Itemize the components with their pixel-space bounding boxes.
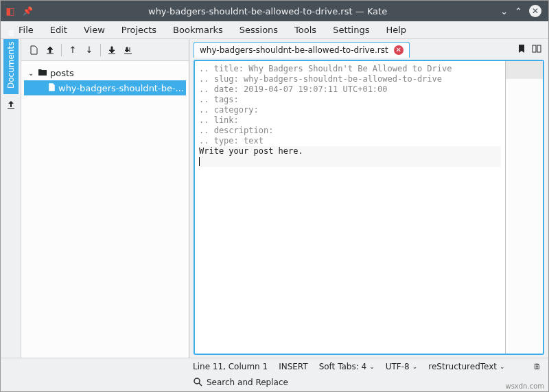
documents-tab-label: Documents xyxy=(6,42,16,89)
menu-projects[interactable]: Projects xyxy=(113,22,165,38)
status-position[interactable]: Line 11, Column 1 xyxy=(193,362,268,371)
editor-tab-label: why-badgers-shouldnt-be-allowed-to-drive… xyxy=(200,45,388,55)
tree-folder-label: posts xyxy=(50,68,74,78)
maximize-button[interactable]: ⌃ xyxy=(515,6,522,16)
status-tabs[interactable]: Soft Tabs: 4 ⌄ xyxy=(319,362,375,371)
menu-edit[interactable]: Edit xyxy=(42,22,75,38)
menu-bookmarks[interactable]: Bookmarks xyxy=(165,22,231,38)
svg-line-3 xyxy=(199,383,202,386)
window-titlebar: ◧ 📌 why-badgers-shouldnt-be-allowed-to-d… xyxy=(1,1,548,21)
tree-toolbar: ↑ ↓ xyxy=(21,39,189,61)
save-icon[interactable] xyxy=(104,42,120,58)
tree-file-current[interactable]: why-badgers-shouldnt-be-... xyxy=(24,80,186,95)
minimize-button[interactable]: ⌄ xyxy=(500,6,508,16)
move-down-icon[interactable]: ↓ xyxy=(81,42,97,58)
menu-settings[interactable]: Settings xyxy=(325,22,377,38)
minimap[interactable] xyxy=(505,61,543,354)
menu-tools[interactable]: Tools xyxy=(286,22,325,38)
close-window-button[interactable]: ✕ xyxy=(529,5,541,17)
documents-icon: 🗎 xyxy=(6,29,16,38)
search-label: Search and Replace xyxy=(207,378,288,387)
svg-rect-0 xyxy=(533,45,536,52)
editor-text-content[interactable]: .. title: Why Badgers Shouldn't Be Allow… xyxy=(195,61,505,354)
status-document-icon[interactable]: 🗎 xyxy=(533,362,541,371)
status-edit-mode[interactable]: INSERT xyxy=(279,362,308,371)
editor-body[interactable]: .. title: Why Badgers Shouldn't Be Allow… xyxy=(194,60,544,355)
menu-help[interactable]: Help xyxy=(377,22,414,38)
editor-area: why-badgers-shouldnt-be-allowed-to-drive… xyxy=(189,39,548,358)
bookmark-icon[interactable] xyxy=(517,44,526,56)
watermark: wsxdn.com xyxy=(505,382,544,390)
svg-point-2 xyxy=(194,378,200,384)
upload-icon[interactable] xyxy=(5,100,16,113)
status-syntax[interactable]: reStructuredText ⌄ xyxy=(428,362,504,371)
documents-tab[interactable]: Documents 🗎 xyxy=(3,39,19,94)
close-tab-button[interactable]: ✕ xyxy=(394,45,404,55)
new-document-icon[interactable] xyxy=(25,42,42,58)
chevron-down-icon: ⌄ xyxy=(369,363,375,370)
menu-view[interactable]: View xyxy=(75,22,113,38)
status-encoding[interactable]: UTF-8 ⌄ xyxy=(386,362,418,371)
chevron-down-icon: ⌄ xyxy=(500,363,505,370)
menu-bar: File Edit View Projects Bookmarks Sessio… xyxy=(1,21,548,39)
tab-strip: why-badgers-shouldnt-be-allowed-to-drive… xyxy=(189,42,517,58)
pin-icon[interactable]: 📌 xyxy=(20,6,35,16)
menu-sessions[interactable]: Sessions xyxy=(231,22,286,38)
tree-file-label: why-badgers-shouldnt-be-... xyxy=(58,83,184,93)
toolbar-separator xyxy=(100,44,101,56)
save-as-icon[interactable] xyxy=(120,42,137,58)
toolbar-separator xyxy=(61,44,62,56)
chevron-down-icon: ⌄ xyxy=(28,69,35,77)
split-view-icon[interactable] xyxy=(532,44,541,56)
tree-folder-posts[interactable]: ⌄ posts xyxy=(24,65,186,80)
status-bar: Line 11, Column 1 INSERT Soft Tabs: 4 ⌄ … xyxy=(1,358,548,374)
document-tree-panel: ↑ ↓ ⌄ posts xyxy=(21,39,189,358)
tree-content[interactable]: ⌄ posts why-badgers-shouldnt-be-... xyxy=(21,61,189,358)
search-icon xyxy=(193,377,202,389)
editor-tab[interactable]: why-badgers-shouldnt-be-allowed-to-drive… xyxy=(194,42,410,58)
window-title: why-badgers-shouldnt-be-allowed-to-drive… xyxy=(35,6,500,16)
file-icon xyxy=(47,82,56,94)
app-icon: ◧ xyxy=(1,5,20,16)
search-bar[interactable]: Search and Replace xyxy=(1,374,548,391)
open-icon[interactable] xyxy=(42,42,58,58)
sidebar-tab-column: Documents 🗎 xyxy=(1,39,21,358)
folder-icon xyxy=(38,68,47,78)
move-up-icon[interactable]: ↑ xyxy=(65,42,81,58)
chevron-down-icon: ⌄ xyxy=(412,363,418,370)
svg-rect-1 xyxy=(537,45,541,52)
